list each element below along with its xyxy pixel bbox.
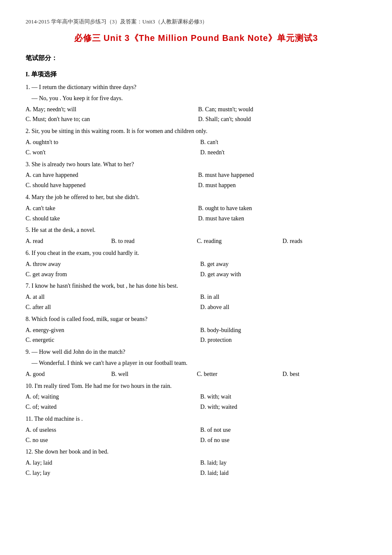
option: B. body-building <box>200 325 366 335</box>
option: A. good <box>26 369 110 379</box>
option: B. ought to have taken <box>198 203 366 214</box>
option: D. above all <box>200 302 366 312</box>
option: C. of; waited <box>26 402 192 412</box>
options-row: A. oughtn't toB. can'tC. won'tD. needn't <box>26 137 366 158</box>
questions-container: 1. — I return the dictionary within thre… <box>26 82 366 478</box>
option: D. get away with <box>200 269 366 280</box>
section1-title: I. 单项选择 <box>26 69 366 80</box>
option: C. should take <box>26 214 194 224</box>
options-row: A. at allB. in allC. after allD. above a… <box>26 292 366 312</box>
option: A. lay; laid <box>26 458 192 468</box>
option: B. of not use <box>200 425 366 435</box>
option: A. energy-given <box>26 325 192 335</box>
option: A. May; needn't; will <box>26 104 194 115</box>
question-9: 9. — How well did John do in the match? … <box>26 347 366 379</box>
question-7: 7. I know he hasn't finished the work, b… <box>26 281 366 312</box>
option: C. no use <box>26 435 192 445</box>
option: B. with; wait <box>200 392 366 402</box>
options-row: A. can have happenedB. must have happene… <box>26 170 366 191</box>
option: C. Must; don't have to; can <box>26 114 194 124</box>
question-line: 5. He sat at the desk, a novel. <box>26 225 366 235</box>
question-line: 1. — I return the dictionary within thre… <box>26 82 366 92</box>
options-row: A. can't takeB. ought to have takenC. sh… <box>26 203 366 224</box>
option: B. in all <box>200 292 366 302</box>
question-11: 11. The old machine is .A. of uselessB. … <box>26 414 366 445</box>
subtitle: 2014-2015 学年高中英语同步练习（3）及答案：Unit3（人教新课标必修… <box>26 17 366 26</box>
option: C. after all <box>26 302 192 312</box>
question-line: — No, you . You keep it for five days. <box>26 93 366 104</box>
option: C. reading <box>197 236 281 246</box>
option: C. better <box>197 369 281 379</box>
option: C. won't <box>26 147 192 158</box>
question-line: 11. The old machine is . <box>26 414 366 424</box>
options-row: A. energy-givenB. body-buildingC. energe… <box>26 325 366 346</box>
question-line: 10. I'm really tired Tom. He had me for … <box>26 381 366 391</box>
option: B. laid; lay <box>200 458 366 468</box>
option: D. needn't <box>200 147 366 158</box>
question-1: 1. — I return the dictionary within thre… <box>26 82 366 124</box>
options-row: A. May; needn't; willB. Can; mustn't; wo… <box>26 104 366 125</box>
option: B. well <box>111 369 195 379</box>
options-row: A. readB. to readC. readingD. reads <box>26 236 366 246</box>
option: D. with; waited <box>200 402 366 412</box>
written-part-label: 笔试部分： <box>26 53 366 64</box>
options-row: A. throw awayB. get awayC. get away from… <box>26 259 366 280</box>
option: D. must have taken <box>198 214 366 224</box>
option: A. of useless <box>26 425 192 435</box>
option: A. of; waiting <box>26 392 192 402</box>
question-line: 12. She down her book and in bed. <box>26 447 366 457</box>
option: C. energetic <box>26 335 192 345</box>
option: A. oughtn't to <box>26 137 192 147</box>
options-row: A. lay; laidB. laid; layC. lay; layD. la… <box>26 458 366 478</box>
option: A. can have happened <box>26 170 194 180</box>
option: A. read <box>26 236 110 246</box>
option: B. must have happened <box>198 170 366 180</box>
option: A. at all <box>26 292 192 302</box>
option: D. must happen <box>198 180 366 191</box>
question-line: 4. Mary the job he offered to her, but s… <box>26 192 366 202</box>
question-line: — Wonderful. I think we can't have a pla… <box>26 358 366 368</box>
main-title: 必修三 Unit 3《The Million Pound Bank Note》单… <box>26 31 366 45</box>
question-5: 5. He sat at the desk, a novel.A. readB.… <box>26 225 366 246</box>
options-row: A. of uselessB. of not useC. no useD. of… <box>26 425 366 445</box>
option: D. best <box>282 369 366 379</box>
question-line: 9. — How well did John do in the match? <box>26 347 366 357</box>
option: B. get away <box>200 259 366 269</box>
options-row: A. goodB. wellC. betterD. best <box>26 369 366 379</box>
question-10: 10. I'm really tired Tom. He had me for … <box>26 381 366 412</box>
question-4: 4. Mary the job he offered to her, but s… <box>26 192 366 223</box>
options-row: A. of; waitingB. with; waitC. of; waited… <box>26 392 366 412</box>
question-line: 3. She is already two hours late. What t… <box>26 159 366 170</box>
option: D. protection <box>200 335 366 345</box>
question-line: 8. Which food is called food, milk, suga… <box>26 314 366 324</box>
question-12: 12. She down her book and in bed.A. lay;… <box>26 447 366 478</box>
question-6: 6. If you cheat in the exam, you could h… <box>26 248 366 279</box>
option: C. lay; lay <box>26 468 192 478</box>
question-line: 7. I know he hasn't finished the work, b… <box>26 281 366 291</box>
question-3: 3. She is already two hours late. What t… <box>26 159 366 191</box>
option: A. can't take <box>26 203 194 214</box>
option: D. Shall; can't; should <box>198 114 366 124</box>
option: C. should have happened <box>26 180 194 191</box>
option: D. of no use <box>200 435 366 445</box>
option: B. can't <box>200 137 366 147</box>
option: A. throw away <box>26 259 192 269</box>
question-2: 2. Sir, you be sitting in this waiting r… <box>26 126 366 157</box>
option: C. get away from <box>26 269 192 280</box>
option: D. laid; laid <box>200 468 366 478</box>
option: D. reads <box>282 236 366 246</box>
question-line: 2. Sir, you be sitting in this waiting r… <box>26 126 366 136</box>
question-line: 6. If you cheat in the exam, you could h… <box>26 248 366 258</box>
option: B. to read <box>111 236 195 246</box>
question-8: 8. Which food is called food, milk, suga… <box>26 314 366 345</box>
option: B. Can; mustn't; would <box>198 104 366 115</box>
